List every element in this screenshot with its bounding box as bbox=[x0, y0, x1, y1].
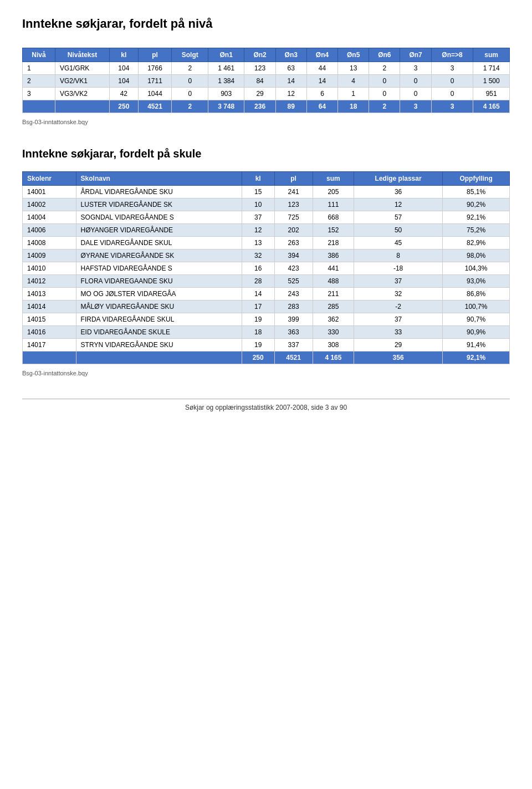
table-cell: 12 bbox=[354, 198, 443, 211]
table-cell: MÅLØY VIDAREGÅANDE SKU bbox=[76, 301, 242, 313]
table-cell: 2 bbox=[23, 75, 55, 88]
table-cell: 84 bbox=[244, 75, 275, 88]
table-cell: 104 bbox=[110, 62, 139, 75]
table-cell: 85,1% bbox=[443, 186, 510, 198]
table-cell: 32 bbox=[242, 250, 274, 262]
table-cell: 14004 bbox=[23, 211, 76, 224]
table-total-cell: 3 bbox=[431, 100, 473, 113]
niva-table: Nivå Nivåtekst kl pl Solgt Øn1 Øn2 Øn3 Ø… bbox=[22, 48, 510, 113]
table-cell: 399 bbox=[274, 313, 313, 326]
col-header-oppfylling: Oppfylling bbox=[443, 172, 510, 186]
table-cell: STRYN VIDAREGÅANDE SKU bbox=[76, 339, 242, 352]
table-cell: 29 bbox=[244, 88, 275, 100]
table-cell: 14001 bbox=[23, 186, 76, 198]
table-cell: 14006 bbox=[23, 224, 76, 237]
table-cell: 330 bbox=[313, 326, 354, 339]
table-cell: 29 bbox=[354, 339, 443, 352]
table-cell: 1044 bbox=[138, 88, 172, 100]
table-cell: 36 bbox=[354, 186, 443, 198]
table-cell: 14012 bbox=[23, 275, 76, 288]
table-cell: 91,4% bbox=[443, 339, 510, 352]
table-cell: 4 bbox=[338, 75, 369, 88]
table-total-cell: 250 bbox=[110, 100, 139, 113]
table-cell: 0 bbox=[172, 75, 208, 88]
table-cell: 1711 bbox=[138, 75, 172, 88]
table-cell: 441 bbox=[313, 262, 354, 275]
col-header-sum: sum bbox=[473, 48, 510, 62]
table-cell: 14013 bbox=[23, 288, 76, 301]
table-cell: 14002 bbox=[23, 198, 76, 211]
table-cell: 104,3% bbox=[443, 262, 510, 275]
col-header-on5: Øn5 bbox=[338, 48, 369, 62]
table-cell: HØYANGER VIDAREGÅANDE bbox=[76, 224, 242, 237]
table-cell: EID VIDAREGÅANDE SKULE bbox=[76, 326, 242, 339]
col-header-pl: pl bbox=[138, 48, 172, 62]
table-cell: 16 bbox=[242, 262, 274, 275]
table-cell: 0 bbox=[400, 88, 431, 100]
table-cell: 0 bbox=[400, 75, 431, 88]
table-cell: 14017 bbox=[23, 339, 76, 352]
table-cell: 263 bbox=[274, 237, 313, 250]
col-header-on4: Øn4 bbox=[306, 48, 337, 62]
table-cell: 285 bbox=[313, 301, 354, 313]
col-header-skolenr: Skolenr bbox=[23, 172, 76, 186]
table-total-cell: 3 bbox=[400, 100, 431, 113]
table-cell: 0 bbox=[369, 88, 400, 100]
table-cell: 1 bbox=[338, 88, 369, 100]
table-cell: 14 bbox=[242, 288, 274, 301]
table-cell: 308 bbox=[313, 339, 354, 352]
table-cell: VG1/GRK bbox=[55, 62, 110, 75]
table-total-cell: 4 165 bbox=[473, 100, 510, 113]
table-cell: 82,9% bbox=[443, 237, 510, 250]
table-cell: ÅRDAL VIDAREGÅANDE SKU bbox=[76, 186, 242, 198]
table-cell: 283 bbox=[274, 301, 313, 313]
table-cell: 14014 bbox=[23, 301, 76, 313]
table-cell: 45 bbox=[354, 237, 443, 250]
table-cell: 8 bbox=[354, 250, 443, 262]
table-cell: 44 bbox=[306, 62, 337, 75]
table-cell: VG2/VK1 bbox=[55, 75, 110, 88]
table-cell: 19 bbox=[242, 313, 274, 326]
table-cell: 90,2% bbox=[443, 198, 510, 211]
table-cell: 525 bbox=[274, 275, 313, 288]
table-total-cell: 2 bbox=[369, 100, 400, 113]
table-cell: 0 bbox=[431, 75, 473, 88]
table-cell: DALE VIDAREGÅANDE SKUL bbox=[76, 237, 242, 250]
table-cell: 14010 bbox=[23, 262, 76, 275]
table-total-cell: 236 bbox=[244, 100, 275, 113]
table-total-cell: 4521 bbox=[274, 352, 313, 364]
table-total-cell: 92,1% bbox=[443, 352, 510, 364]
table-cell: -2 bbox=[354, 301, 443, 313]
table-cell: 100,7% bbox=[443, 301, 510, 313]
table-cell: MO OG JØLSTER VIDAREGÅA bbox=[76, 288, 242, 301]
table-cell: 394 bbox=[274, 250, 313, 262]
table-cell: 28 bbox=[242, 275, 274, 288]
table-cell: 3 bbox=[400, 62, 431, 75]
filename-1: Bsg-03-inntattonske.bqy bbox=[22, 119, 510, 125]
table-cell: FIRDA VIDAREGÅANDE SKUL bbox=[76, 313, 242, 326]
table-cell: 17 bbox=[242, 301, 274, 313]
table-cell: 725 bbox=[274, 211, 313, 224]
table-cell: 202 bbox=[274, 224, 313, 237]
table-cell: 86,8% bbox=[443, 288, 510, 301]
table-cell: 1 461 bbox=[208, 62, 244, 75]
table-cell: 75,2% bbox=[443, 224, 510, 237]
table-cell: 903 bbox=[208, 88, 244, 100]
table-cell: 42 bbox=[110, 88, 139, 100]
col-header-on2: Øn2 bbox=[244, 48, 275, 62]
table-cell: 241 bbox=[274, 186, 313, 198]
table-cell: 111 bbox=[313, 198, 354, 211]
table-cell: 15 bbox=[242, 186, 274, 198]
table-cell: 14008 bbox=[23, 237, 76, 250]
table-total-cell: 2 bbox=[172, 100, 208, 113]
table-cell: 90,9% bbox=[443, 326, 510, 339]
table-cell: 2 bbox=[369, 62, 400, 75]
table-cell: 14015 bbox=[23, 313, 76, 326]
table-total-cell: 4521 bbox=[138, 100, 172, 113]
table-total-cell: 18 bbox=[338, 100, 369, 113]
table-cell: 10 bbox=[242, 198, 274, 211]
col-header-niva: Nivå bbox=[23, 48, 55, 62]
table-cell: 37 bbox=[354, 313, 443, 326]
table-cell: 1 bbox=[23, 62, 55, 75]
col-header-ledige: Ledige plassar bbox=[354, 172, 443, 186]
